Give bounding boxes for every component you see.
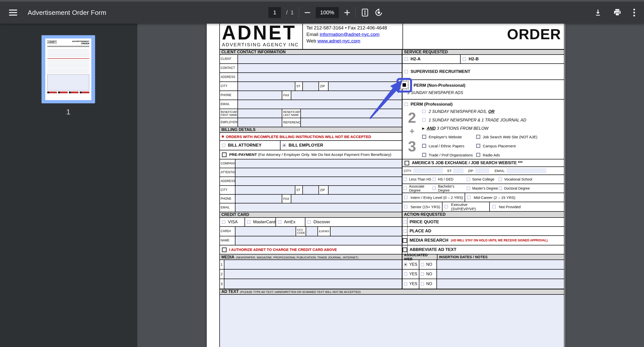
employers-website-checkbox[interactable] — [422, 135, 426, 139]
place-ad-checkbox[interactable] — [403, 229, 407, 233]
senior-checkbox[interactable] — [404, 205, 408, 208]
some-college-checkbox[interactable] — [467, 178, 470, 181]
company-input[interactable] — [235, 159, 402, 168]
zip-input[interactable] — [329, 82, 402, 91]
download-icon[interactable] — [594, 9, 602, 16]
contact-input[interactable] — [238, 64, 402, 72]
intern-entry-checkbox[interactable] — [404, 196, 408, 199]
zoom-level-input[interactable]: 100% — [316, 7, 339, 18]
price-quote-checkbox[interactable] — [403, 220, 407, 224]
one-sunday-one-trade-checkbox[interactable] — [422, 118, 426, 122]
insertion-dates-input-2[interactable] — [437, 270, 564, 279]
employer-input[interactable] — [238, 118, 282, 127]
web-no-checkbox-2[interactable] — [421, 272, 424, 276]
bill-employer-checkbox[interactable] — [283, 144, 286, 147]
fax-input[interactable] — [291, 91, 402, 100]
billing-city-input[interactable] — [235, 186, 295, 194]
perm-nonprofessional-checkbox[interactable] — [400, 81, 409, 89]
billing-state-input[interactable] — [303, 186, 318, 194]
beneficiary-first-input[interactable] — [238, 109, 282, 118]
prepayment-checkbox[interactable] — [222, 152, 227, 157]
mid-career-checkbox[interactable] — [467, 196, 471, 199]
web-link[interactable]: www.adnet-nyc.com — [317, 38, 360, 44]
expiry-input[interactable] — [331, 227, 402, 236]
not-provided-checkbox[interactable] — [492, 205, 496, 208]
local-ethnic-papers-checkbox[interactable] — [422, 144, 426, 148]
fit-to-page-icon[interactable] — [361, 8, 369, 17]
web-yes-checkbox-3[interactable] — [404, 282, 407, 286]
phone-input[interactable] — [238, 91, 282, 100]
state-input[interactable] — [303, 82, 318, 91]
web-no-checkbox-1[interactable] — [421, 263, 424, 266]
page-thumbnail[interactable]: ADNET ADVERTISEMENT ORDER — [42, 35, 95, 103]
aje-zip-input[interactable] — [475, 168, 489, 173]
aje-email-input[interactable] — [507, 168, 546, 173]
rotate-icon[interactable] — [374, 8, 383, 17]
campus-placement-checkbox[interactable] — [476, 144, 480, 148]
web-yes-checkbox-1[interactable] — [404, 263, 407, 266]
print-icon[interactable] — [613, 9, 621, 17]
email-link[interactable]: information@adnet-nyc.com — [320, 32, 380, 37]
more-options-icon[interactable] — [633, 8, 635, 17]
authorize-charge-checkbox[interactable] — [222, 247, 227, 252]
thumbnail-section-bar — [47, 46, 89, 47]
media-2-input[interactable] — [224, 270, 402, 279]
h2b-checkbox[interactable] — [463, 57, 466, 61]
reference-input[interactable] — [301, 118, 402, 127]
two-sunday-ads-checkbox[interactable] — [422, 110, 426, 113]
menu-icon[interactable] — [9, 10, 17, 16]
aje-state-input[interactable] — [453, 168, 464, 173]
zoom-in-icon[interactable] — [344, 9, 350, 16]
billing-address-input[interactable] — [235, 177, 402, 185]
executive-checkbox[interactable] — [445, 205, 448, 208]
vocational-school-checkbox[interactable] — [499, 178, 502, 181]
media-row-2: 2 — [220, 270, 402, 279]
h2a-checkbox[interactable] — [405, 57, 408, 61]
ccv-input[interactable] — [306, 227, 317, 236]
bill-attorney-checkbox[interactable] — [222, 144, 225, 147]
address-input[interactable] — [238, 73, 402, 81]
trade-prof-organizations-checkbox[interactable] — [422, 153, 426, 157]
web-no-checkbox-3[interactable] — [421, 282, 424, 286]
campus-placement-option: Campus Placement — [476, 144, 516, 148]
client-input[interactable] — [238, 55, 402, 63]
place-ad-row: PLACE AD — [403, 227, 564, 236]
less-than-hs-checkbox[interactable] — [404, 178, 407, 181]
americas-job-exchange-checkbox[interactable] — [405, 161, 409, 165]
associate-degree-checkbox[interactable] — [404, 187, 407, 190]
billing-phone-input[interactable] — [235, 195, 282, 203]
doctoral-degree-checkbox[interactable] — [499, 187, 502, 190]
hs-ged-checkbox[interactable] — [432, 178, 436, 181]
bachelors-degree-option: Bachelor's Degree — [432, 184, 467, 192]
billing-zip-input[interactable] — [329, 186, 402, 194]
bachelors-degree-checkbox[interactable] — [432, 187, 436, 190]
masters-degree-checkbox[interactable] — [467, 187, 470, 190]
media-1-input[interactable] — [224, 260, 402, 269]
insertion-dates-input-1[interactable] — [437, 260, 564, 269]
card-name-input[interactable] — [235, 236, 402, 245]
email-input[interactable] — [238, 100, 402, 109]
mastercard-checkbox[interactable] — [247, 220, 251, 224]
media-3-input[interactable] — [224, 279, 402, 289]
visa-checkbox[interactable] — [222, 220, 225, 224]
web-yes-checkbox-2[interactable] — [404, 272, 407, 276]
aje-city-input[interactable] — [413, 168, 443, 173]
radio-ads-checkbox[interactable] — [476, 153, 480, 157]
abbreviate-ad-text-checkbox[interactable] — [403, 247, 407, 252]
job-search-website-checkbox[interactable] — [476, 135, 480, 139]
media-research-checkbox[interactable] — [403, 238, 407, 243]
amex-checkbox[interactable] — [278, 220, 281, 224]
perm-professional-checkbox[interactable] — [405, 103, 408, 106]
beneficiary-last-input[interactable] — [301, 109, 402, 118]
zoom-out-icon[interactable] — [304, 9, 311, 16]
billing-fax-input[interactable] — [291, 195, 402, 203]
billing-email-input[interactable] — [235, 203, 402, 212]
discover-checkbox[interactable] — [307, 220, 311, 224]
insertion-dates-input-3[interactable] — [437, 279, 564, 289]
supervised-recruitment-checkbox[interactable] — [405, 70, 408, 73]
page-number-input[interactable]: 1 — [268, 7, 281, 18]
attention-input[interactable] — [235, 168, 402, 177]
city-input[interactable] — [238, 82, 295, 91]
ad-text-input[interactable] — [220, 295, 564, 347]
card-number-input[interactable] — [235, 227, 296, 236]
